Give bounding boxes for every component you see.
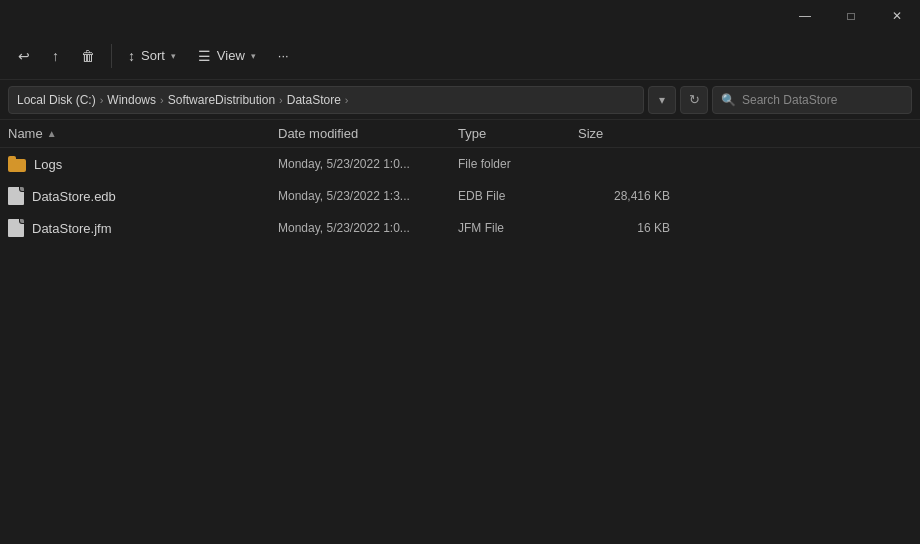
column-header-row: Name ▲ Date modified Type Size <box>0 120 920 148</box>
file-size: 28,416 KB <box>578 189 678 203</box>
minimize-button[interactable]: — <box>782 0 828 32</box>
trash-icon: 🗑 <box>81 48 95 64</box>
file-date: Monday, 5/23/2022 1:0... <box>278 157 458 171</box>
file-size: 16 KB <box>578 221 678 235</box>
sort-up-icon: ▲ <box>47 128 57 139</box>
view-button[interactable]: ☰ View ▾ <box>188 38 266 74</box>
view-icon: ☰ <box>198 48 211 64</box>
share-icon: ↑ <box>52 48 59 64</box>
close-button[interactable]: ✕ <box>874 0 920 32</box>
file-name: Logs <box>34 157 62 172</box>
back-button[interactable]: ↩ <box>8 38 40 74</box>
file-rows: Logs Monday, 5/23/2022 1:0... File folde… <box>0 148 920 244</box>
file-type: JFM File <box>458 221 578 235</box>
breadcrumb-software-dist[interactable]: SoftwareDistribution <box>168 93 275 107</box>
view-label: View <box>217 48 245 63</box>
maximize-button[interactable]: □ <box>828 0 874 32</box>
file-type: File folder <box>458 157 578 171</box>
address-dropdown-button[interactable]: ▾ <box>648 86 676 114</box>
more-button[interactable]: ··· <box>268 38 299 74</box>
column-name[interactable]: Name ▲ <box>8 126 278 141</box>
breadcrumb-datastore[interactable]: DataStore <box>287 93 341 107</box>
file-date: Monday, 5/23/2022 1:3... <box>278 189 458 203</box>
sort-chevron-icon: ▾ <box>171 51 176 61</box>
file-icon <box>8 219 24 237</box>
folder-icon <box>8 156 26 172</box>
table-row[interactable]: DataStore.edb Monday, 5/23/2022 1:3... E… <box>0 180 920 212</box>
breadcrumb-sep-2: › <box>160 94 164 106</box>
file-name-cell: DataStore.jfm <box>8 219 278 237</box>
file-name: DataStore.edb <box>32 189 116 204</box>
file-type: EDB File <box>458 189 578 203</box>
file-icon <box>8 187 24 205</box>
file-name-cell: Logs <box>8 156 278 172</box>
sort-button[interactable]: ↕ Sort ▾ <box>118 38 186 74</box>
share-button[interactable]: ↑ <box>42 38 69 74</box>
search-icon: 🔍 <box>721 93 736 107</box>
address-bar: Local Disk (C:) › Windows › SoftwareDist… <box>0 80 920 120</box>
search-box[interactable]: 🔍 Search DataStore <box>712 86 912 114</box>
table-row[interactable]: DataStore.jfm Monday, 5/23/2022 1:0... J… <box>0 212 920 244</box>
refresh-button[interactable]: ↻ <box>680 86 708 114</box>
column-size[interactable]: Size <box>578 126 678 141</box>
breadcrumb-local-disk[interactable]: Local Disk (C:) <box>17 93 96 107</box>
search-placeholder: Search DataStore <box>742 93 837 107</box>
back-icon: ↩ <box>18 48 30 64</box>
sort-label: Sort <box>141 48 165 63</box>
breadcrumb-sep-4: › <box>345 94 349 106</box>
title-bar: — □ ✕ <box>0 0 920 32</box>
breadcrumb-sep-3: › <box>279 94 283 106</box>
file-list: Name ▲ Date modified Type Size Logs Mond… <box>0 120 920 544</box>
column-type[interactable]: Type <box>458 126 578 141</box>
toolbar-separator <box>111 44 112 68</box>
more-label: ··· <box>278 48 289 63</box>
file-name: DataStore.jfm <box>32 221 111 236</box>
column-date[interactable]: Date modified <box>278 126 458 141</box>
delete-button[interactable]: 🗑 <box>71 38 105 74</box>
file-name-cell: DataStore.edb <box>8 187 278 205</box>
file-date: Monday, 5/23/2022 1:0... <box>278 221 458 235</box>
sort-icon: ↕ <box>128 48 135 64</box>
view-chevron-icon: ▾ <box>251 51 256 61</box>
breadcrumb[interactable]: Local Disk (C:) › Windows › SoftwareDist… <box>8 86 644 114</box>
table-row[interactable]: Logs Monday, 5/23/2022 1:0... File folde… <box>0 148 920 180</box>
toolbar: ↩ ↑ 🗑 ↕ Sort ▾ ☰ View ▾ ··· <box>0 32 920 80</box>
breadcrumb-windows[interactable]: Windows <box>107 93 156 107</box>
breadcrumb-sep-1: › <box>100 94 104 106</box>
